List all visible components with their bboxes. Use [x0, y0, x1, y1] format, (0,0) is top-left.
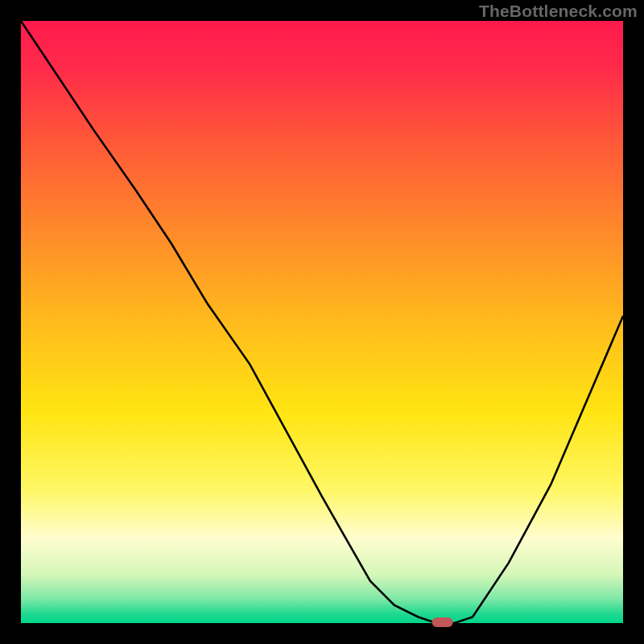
bottleneck-chart [0, 0, 644, 644]
optimal-marker [432, 617, 453, 627]
chart-frame: TheBottleneck.com [0, 0, 644, 644]
gradient-background [21, 21, 623, 623]
